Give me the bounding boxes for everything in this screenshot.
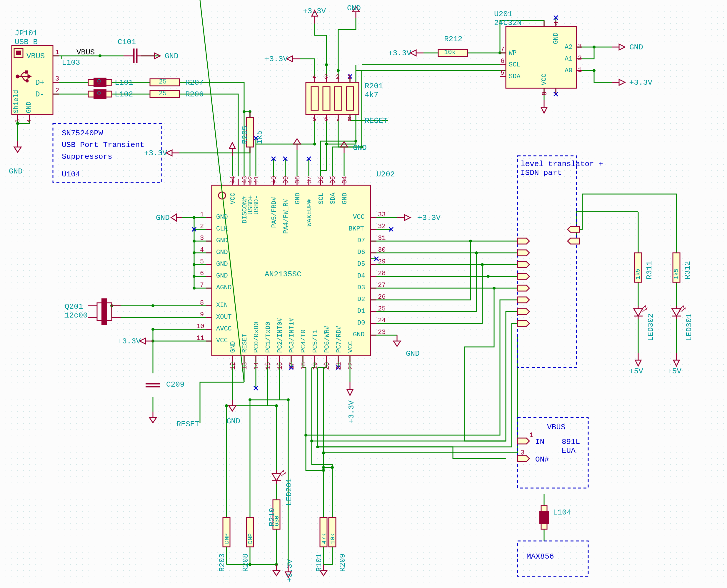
u201-gnd: GND — [553, 32, 559, 44]
level-line1: level translator + — [521, 160, 603, 168]
u201-sda: SDA — [509, 74, 521, 80]
usb-gnd-label: GND — [26, 101, 32, 113]
v33-mid: +3.3V — [265, 55, 288, 63]
eua-in: IN — [535, 438, 544, 446]
ref-r203: R203 — [218, 553, 226, 572]
gnd-top: GND — [347, 4, 361, 12]
ref-r207: R207 — [185, 79, 204, 86]
u104-ref: U104 — [62, 170, 80, 178]
v33-r205: +3.3V — [144, 149, 167, 157]
u201-a1: A1 — [565, 56, 572, 62]
capacitor-c209 — [146, 384, 160, 386]
gnd-u202-b: GND — [226, 418, 240, 425]
eua-vbus: VBUS — [547, 423, 565, 431]
ref-l101: L101 — [115, 79, 133, 86]
ref-r208: R208 — [242, 553, 249, 572]
ref-l102: L102 — [115, 90, 133, 98]
ref-r206: R206 — [185, 90, 204, 98]
led-led301 — [672, 306, 685, 319]
crystal-q201 — [88, 298, 121, 325]
svg-rect-94 — [102, 298, 107, 325]
ref-c209: C209 — [166, 381, 184, 388]
svg-rect-9 — [16, 50, 21, 55]
ref-r101: R101 — [315, 553, 323, 572]
v5-1: +5V — [629, 368, 643, 375]
val-r205: 1k5 — [256, 130, 264, 144]
power-3v3 — [140, 338, 153, 344]
ref-led301: LED301 — [685, 313, 693, 341]
val-r312: 1k5 — [673, 269, 679, 279]
val-l101: 0 — [97, 79, 101, 85]
u104-line3: Suppressors — [62, 153, 112, 161]
usb-pin4: 4 — [26, 119, 33, 123]
gnd-u202-r: GND — [406, 350, 420, 357]
u201-vcc: VCC — [541, 74, 547, 85]
eua-name: EUA — [562, 447, 576, 455]
val-u201: 24C32N — [494, 19, 522, 27]
v33-u202-b: +3.3V — [348, 400, 355, 423]
usb-shield-label: Shield — [13, 90, 20, 113]
reset-net2: RESET — [176, 420, 200, 428]
u201-a0: A0 — [565, 68, 572, 74]
val-u202: AN2135SC — [265, 271, 302, 278]
svg-rect-11 — [25, 71, 28, 73]
led-led201 — [272, 470, 285, 484]
u104-line2: USB Port Transient — [62, 141, 144, 149]
val-r212: 10k — [444, 49, 456, 56]
val-l102: 0 — [97, 90, 101, 97]
reset-net1: RESET — [365, 117, 388, 125]
v33-u202-r: +3.3V — [418, 214, 440, 222]
resistor-network-r201 — [306, 77, 359, 121]
ref-q201: Q201 — [65, 303, 83, 311]
val-q201: 12c00 — [65, 312, 88, 319]
u201-wp: WP — [509, 50, 516, 57]
v33-top: +3.3V — [303, 7, 326, 15]
val-r208: DNP — [248, 533, 253, 544]
val-r311: 1k5 — [635, 269, 641, 279]
usb-dplus-label: D+ — [35, 79, 44, 86]
ref-r205: R205 — [241, 126, 249, 144]
usb-pin1: 1 — [55, 49, 59, 56]
usb-vbus-label: VBUS — [26, 52, 45, 60]
ref-l104: L104 — [553, 509, 571, 516]
ref-r212: R212 — [444, 35, 462, 43]
val-r210: 630 — [274, 516, 280, 526]
ref-u201: U201 — [494, 10, 512, 18]
net-vbus: VBUS — [77, 48, 95, 56]
val-r209: 10k — [330, 533, 336, 544]
eua-on: ON# — [535, 456, 549, 463]
ref-u202: U202 — [376, 170, 395, 178]
ref-led201: LED201 — [285, 478, 293, 506]
usb-dminus-label: D- — [35, 90, 44, 98]
v5-2: +5V — [668, 368, 681, 375]
eua-ref: 891L — [562, 438, 580, 446]
val-jp101: USB_B — [15, 38, 38, 46]
val-r101: 47k — [321, 533, 327, 544]
ref-r312: R312 — [684, 261, 691, 279]
u201-scl: SCL — [509, 62, 521, 68]
led-led302 — [634, 306, 647, 319]
gnd-label-c101: GND — [165, 52, 179, 60]
v33-r212: +3.3V — [388, 49, 411, 57]
power-3v3 — [166, 150, 180, 156]
u201-gnd-label: GND — [629, 43, 643, 51]
usb-pin5: 5 — [15, 119, 21, 123]
ref-c101: C101 — [118, 38, 136, 46]
ref-led302: LED302 — [647, 313, 655, 341]
gnd-u202-left: GND — [156, 214, 170, 222]
schematic-canvas — [0, 0, 727, 588]
u201-v33-label: +3.3V — [629, 79, 652, 86]
ref-jp101: JP101 — [15, 29, 38, 37]
max856-text: MAX856 — [526, 553, 554, 560]
gnd-label-1: GND — [9, 168, 23, 175]
ref-r209: R209 — [339, 553, 347, 572]
capacitor-c101 — [134, 48, 137, 63]
val-r203: DNP — [224, 533, 230, 544]
v33-bot: +3.3V — [286, 559, 293, 582]
usb-pin2: 2 — [55, 88, 59, 94]
ref-l103: L103 — [62, 59, 80, 66]
ferrite-l104 — [539, 506, 549, 529]
val-r201: 4k7 — [365, 91, 378, 99]
u201-a2: A2 — [565, 44, 572, 50]
v33-left: +3.3V — [118, 337, 141, 345]
